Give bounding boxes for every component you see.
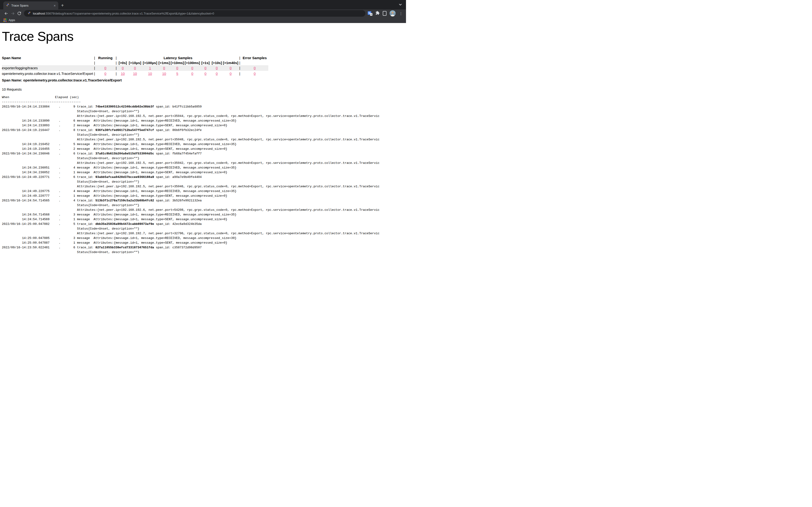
sample-count-cell: 0 <box>170 65 185 71</box>
url-host: localhost <box>33 12 45 15</box>
latency-bucket-label: [>1s] <box>200 61 211 65</box>
span-name-cell: opentelemetry.proto.collector.trace.v1.T… <box>2 71 93 76</box>
sample-count-link[interactable]: 1 <box>149 66 151 70</box>
site-telescope-icon <box>27 11 31 16</box>
sample-count-link[interactable]: 0 <box>230 72 232 75</box>
trace-spans-table: Span Name|Running|Latency Samples|Error … <box>2 55 268 76</box>
sample-count-link[interactable]: 0 <box>122 66 123 70</box>
bucket-header-row: ||[>0s][>10μs][>100μs][>1ms][>10ms][>100… <box>2 61 268 65</box>
column-divider: | <box>239 71 241 76</box>
sample-count-link[interactable]: 0 <box>163 66 165 70</box>
sample-count-link[interactable]: 10 <box>148 72 152 75</box>
bookmarks-bar: Apps <box>0 17 406 23</box>
trace-id-value: dbb35e25936a90b4472cabb89073af9e <box>95 222 154 226</box>
latency-bucket-label: [>100ms] <box>185 61 200 65</box>
column-divider: | <box>239 55 241 61</box>
back-button[interactable] <box>3 10 9 17</box>
sample-count-cell: 0 <box>96 71 115 76</box>
sample-count-cell: 0 <box>223 71 239 76</box>
new-tab-button[interactable]: + <box>61 3 64 8</box>
latency-bucket-label: [>0s] <box>118 61 128 65</box>
sample-count-cell: 0 <box>241 71 268 76</box>
sample-count-link[interactable]: 0 <box>254 66 256 70</box>
sample-count-cell: 10 <box>158 71 170 76</box>
column-divider: | <box>93 65 96 71</box>
sample-count-cell: 0 <box>185 65 200 71</box>
sample-count-cell: 10 <box>118 71 128 76</box>
sample-count-link[interactable]: 0 <box>134 66 136 70</box>
latency-bucket-label: [>10μs] <box>128 61 142 65</box>
sample-count-link[interactable]: 0 <box>204 72 206 75</box>
column-divider: | <box>115 71 118 76</box>
empty-cell <box>96 61 115 65</box>
sample-count-cell: 0 <box>200 71 211 76</box>
translate-extension-icon[interactable]: G A <box>368 11 372 16</box>
browser-menu-icon[interactable]: ⋮ <box>399 12 403 15</box>
latency-bucket-label: [>1m40s] <box>223 61 239 65</box>
extensions-puzzle-icon[interactable] <box>375 11 380 16</box>
sample-count-link[interactable]: 10 <box>121 72 125 75</box>
span-row: opentelemetry.proto.collector.trace.v1.T… <box>2 71 268 76</box>
trace-samples-text: When Elapsed (sec) ---------------------… <box>2 95 406 253</box>
sample-count-link[interactable]: 10 <box>133 72 137 75</box>
sample-count-link[interactable]: 0 <box>204 66 206 70</box>
col-span-name: Span Name <box>2 55 93 61</box>
column-divider: | <box>115 61 118 65</box>
sample-count-cell: 0 <box>200 65 211 71</box>
tab-strip: Trace Spans × + <box>0 0 406 9</box>
sample-count-link[interactable]: 0 <box>191 66 193 70</box>
tab-search-chevron-icon[interactable] <box>399 2 402 7</box>
trace-id-value: 82fa11055b338efcd733187347651fda <box>95 246 154 249</box>
forward-button[interactable] <box>9 10 16 17</box>
column-divider: | <box>93 55 96 61</box>
sample-count-cell: 10 <box>142 71 158 76</box>
col-latency-samples: Latency Samples <box>118 55 239 61</box>
browser-tab[interactable]: Trace Spans × <box>3 1 58 9</box>
profile-avatar[interactable] <box>390 10 396 16</box>
sample-count-link[interactable]: 0 <box>191 72 193 75</box>
sample-count-cell: 0 <box>211 71 223 76</box>
sample-count-link[interactable]: 0 <box>230 66 232 70</box>
url-path: :55679/debug/tracez?zspanname=openteleme… <box>45 12 214 15</box>
reload-button[interactable] <box>16 10 22 17</box>
column-divider: | <box>115 65 118 71</box>
toolbar-actions: G A ⋮ <box>368 10 403 16</box>
sample-count-cell: 0 <box>118 65 128 71</box>
tab-close-icon[interactable]: × <box>53 4 56 7</box>
sample-count-cell: 5 <box>170 71 185 76</box>
latency-bucket-label: [>100μs] <box>142 61 158 65</box>
span-name-cell: exporter/logging/traces <box>2 65 93 71</box>
sample-count-cell: 0 <box>241 65 268 71</box>
apps-grid-icon[interactable] <box>4 18 7 22</box>
sample-count-link[interactable]: 10 <box>162 72 166 75</box>
latency-bucket-label: [>1ms] <box>158 61 170 65</box>
selected-span-name: Span Name: opentelemetry.proto.collector… <box>2 78 406 82</box>
sample-count-cell: 0 <box>223 65 239 71</box>
sample-count-cell: 0 <box>96 65 115 71</box>
address-bar[interactable]: localhost:55679/debug/tracez?zspanname=o… <box>24 10 365 17</box>
sample-count-cell: 0 <box>128 65 142 71</box>
sample-count-link[interactable]: 0 <box>254 72 256 75</box>
sample-count-link[interactable]: 0 <box>176 66 178 70</box>
latency-bucket-label: [>10s] <box>211 61 223 65</box>
empty-cell <box>241 61 268 65</box>
sample-count-link[interactable]: 0 <box>216 66 217 70</box>
side-panel-icon[interactable] <box>383 11 387 16</box>
sample-count-link[interactable]: 0 <box>216 72 217 75</box>
sample-count-cell: 0 <box>211 65 223 71</box>
sample-count-link[interactable]: 0 <box>104 72 106 75</box>
col-running: Running <box>96 55 115 61</box>
sample-count-cell: 10 <box>128 71 142 76</box>
translate-a-glyph: A <box>370 13 372 16</box>
trace-id-value: 74be418390512c42346cddb02e38bb3f <box>95 105 154 108</box>
page-title: Trace Spans <box>2 29 406 44</box>
sample-count-link[interactable]: 5 <box>176 72 178 75</box>
column-divider: | <box>239 65 241 71</box>
trace-id-value: 37a81c9b615b204a6e515df533004d5c <box>95 152 154 155</box>
table-header-row: Span Name|Running|Latency Samples|Error … <box>2 55 268 61</box>
url-text[interactable]: localhost:55679/debug/tracez?zspanname=o… <box>33 12 214 15</box>
sample-count-link[interactable]: 0 <box>104 66 106 70</box>
apps-bookmark[interactable]: Apps <box>9 18 15 22</box>
column-divider: | <box>239 61 241 65</box>
col-error-samples: Error Samples <box>241 55 268 61</box>
